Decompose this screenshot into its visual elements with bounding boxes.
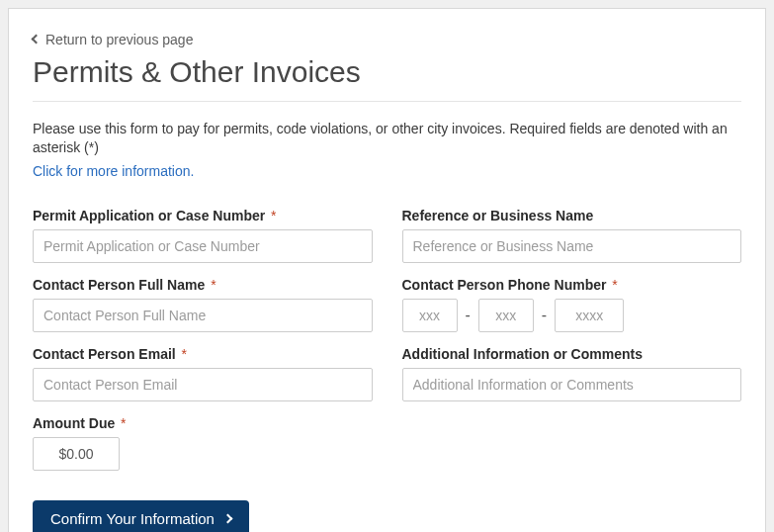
contact-email-label: Contact Person Email *: [33, 346, 373, 362]
required-star: *: [182, 346, 187, 362]
required-star: *: [121, 415, 126, 431]
additional-info-label: Additional Information or Comments: [402, 346, 742, 362]
label-text: Contact Person Email: [33, 346, 176, 362]
label-text: Permit Application or Case Number: [33, 208, 265, 223]
form-grid: Permit Application or Case Number * Refe…: [33, 208, 741, 471]
chevron-left-icon: [32, 35, 42, 44]
reference-label: Reference or Business Name: [402, 208, 742, 223]
contact-name-input[interactable]: [33, 299, 373, 332]
required-star: *: [612, 277, 617, 293]
phone-line-input[interactable]: [555, 299, 624, 332]
page-title: Permits & Other Invoices: [33, 55, 741, 89]
contact-email-group: Contact Person Email *: [33, 346, 373, 401]
label-text: Amount Due: [33, 415, 115, 431]
contact-phone-label: Contact Person Phone Number *: [402, 277, 742, 293]
return-link-text: Return to previous page: [45, 32, 193, 47]
permit-number-label: Permit Application or Case Number *: [33, 208, 373, 223]
phone-dash: -: [466, 307, 471, 324]
confirm-button-label: Confirm Your Information: [50, 510, 215, 527]
permit-number-input[interactable]: [33, 229, 373, 263]
return-link[interactable]: Return to previous page: [33, 32, 193, 47]
divider: [33, 101, 741, 102]
contact-email-input[interactable]: [33, 368, 373, 401]
label-text: Reference or Business Name: [402, 208, 594, 223]
permit-number-group: Permit Application or Case Number *: [33, 208, 373, 263]
phone-row: - -: [402, 299, 742, 332]
more-info-link[interactable]: Click for more information.: [33, 163, 194, 179]
contact-name-group: Contact Person Full Name *: [33, 277, 373, 332]
phone-area-input[interactable]: [402, 299, 458, 332]
amount-due-input[interactable]: [33, 437, 120, 471]
amount-due-label: Amount Due *: [33, 415, 373, 431]
label-text: Additional Information or Comments: [402, 346, 643, 362]
chevron-right-icon: [222, 513, 232, 523]
amount-due-group: Amount Due *: [33, 415, 373, 471]
contact-name-label: Contact Person Full Name *: [33, 277, 373, 293]
additional-info-group: Additional Information or Comments: [402, 346, 742, 401]
contact-phone-group: Contact Person Phone Number * - -: [402, 277, 742, 332]
additional-info-input[interactable]: [402, 368, 742, 401]
reference-group: Reference or Business Name: [402, 208, 742, 263]
label-text: Contact Person Phone Number: [402, 277, 607, 293]
reference-input[interactable]: [402, 229, 742, 263]
label-text: Contact Person Full Name: [33, 277, 205, 293]
phone-prefix-input[interactable]: [478, 299, 534, 332]
page-container: Return to previous page Permits & Other …: [8, 8, 766, 532]
confirm-button[interactable]: Confirm Your Information: [33, 500, 249, 532]
intro-text: Please use this form to pay for permits,…: [33, 120, 741, 158]
phone-dash: -: [542, 307, 547, 324]
required-star: *: [211, 277, 215, 293]
required-star: *: [271, 208, 276, 223]
